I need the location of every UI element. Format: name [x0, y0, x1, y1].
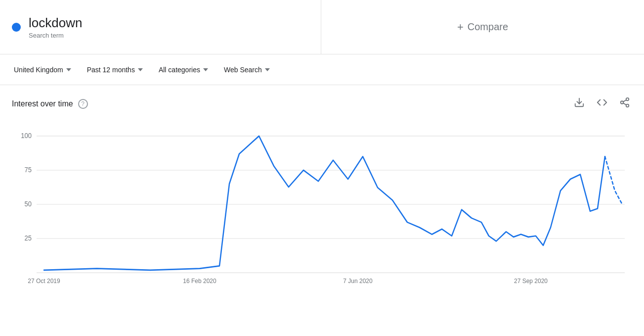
svg-text:100: 100	[21, 132, 32, 140]
search-type-label: Web Search	[224, 66, 262, 74]
trend-chart-svg: 100 75 50 25 27 Oct 2019 16 Feb 2020 7 J…	[12, 120, 632, 288]
svg-text:16 Feb 2020: 16 Feb 2020	[183, 278, 216, 285]
category-chevron-icon	[203, 68, 208, 71]
category-filter-button[interactable]: All categories	[153, 62, 214, 78]
svg-line-5	[623, 100, 626, 102]
help-icon[interactable]: ?	[78, 99, 88, 109]
svg-text:7 Jun 2020: 7 Jun 2020	[343, 278, 372, 285]
svg-text:50: 50	[25, 200, 32, 208]
region-label: United Kingdom	[14, 66, 63, 74]
filter-bar: United Kingdom Past 12 months All catego…	[0, 54, 644, 85]
svg-text:27 Oct 2019: 27 Oct 2019	[28, 278, 60, 285]
svg-text:75: 75	[25, 166, 32, 174]
term-color-dot	[12, 23, 21, 32]
chart-actions	[572, 95, 632, 112]
help-icon-label: ?	[81, 100, 85, 107]
time-range-chevron-icon	[138, 68, 143, 71]
time-range-filter-button[interactable]: Past 12 months	[81, 62, 149, 78]
download-button[interactable]	[572, 95, 587, 112]
svg-text:25: 25	[25, 235, 32, 242]
trend-line-solid	[44, 136, 605, 270]
compare-plus-icon: +	[457, 21, 464, 34]
header: lockdown Search term + Compare	[0, 0, 644, 54]
svg-text:27 Sep 2020: 27 Sep 2020	[514, 278, 548, 285]
region-filter-button[interactable]: United Kingdom	[8, 62, 77, 78]
trend-line-dotted	[605, 156, 622, 204]
chart-section: Interest over time ?	[0, 85, 644, 293]
search-type-filter-button[interactable]: Web Search	[218, 62, 276, 78]
search-type-chevron-icon	[265, 68, 270, 71]
search-term-box: lockdown Search term	[0, 0, 321, 54]
embed-button[interactable]	[595, 95, 609, 112]
category-label: All categories	[159, 66, 200, 74]
time-range-label: Past 12 months	[87, 66, 135, 74]
chart-container: 100 75 50 25 27 Oct 2019 16 Feb 2020 7 J…	[12, 120, 632, 288]
svg-line-4	[623, 103, 626, 105]
chart-header: Interest over time ?	[12, 95, 632, 112]
chart-title-group: Interest over time ?	[12, 99, 88, 109]
chart-title: Interest over time	[12, 99, 73, 108]
search-term-text: lockdown Search term	[29, 15, 82, 39]
compare-box[interactable]: + Compare	[321, 0, 644, 54]
compare-label: Compare	[468, 21, 508, 33]
search-term-label: Search term	[29, 32, 82, 39]
search-term-name: lockdown	[29, 15, 82, 31]
share-button[interactable]	[617, 95, 632, 112]
region-chevron-icon	[66, 68, 71, 71]
